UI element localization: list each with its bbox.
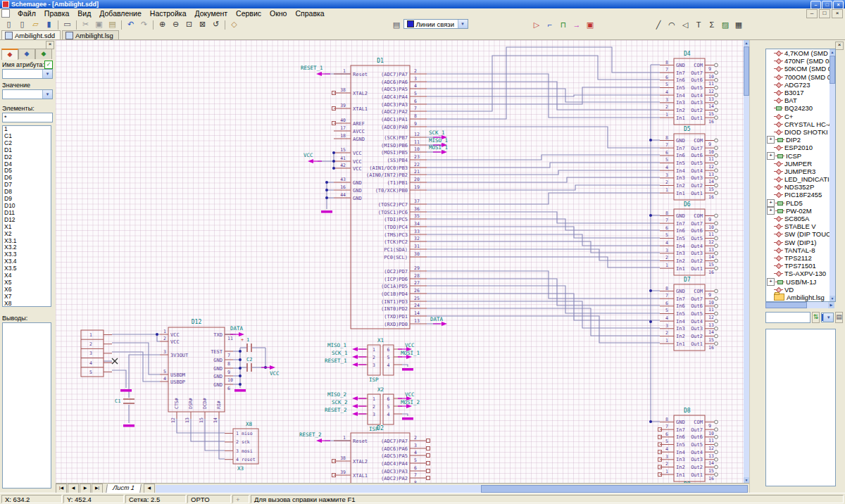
wire[interactable] — [427, 163, 660, 168]
chip-outline-tool-button[interactable]: ▣ — [584, 19, 596, 30]
tab-parts[interactable]: ◆ — [35, 49, 52, 59]
gnd-symbol[interactable] — [120, 389, 132, 392]
library-hscrollbar[interactable]: ▶ — [765, 302, 834, 308]
wire[interactable] — [427, 193, 660, 204]
menu-item-Файл[interactable]: Файл — [13, 8, 40, 18]
zoom-in-button[interactable]: ⊕ — [156, 18, 169, 29]
wire[interactable] — [427, 241, 660, 253]
tree-expander-icon[interactable]: + — [767, 278, 775, 286]
wire[interactable] — [427, 271, 660, 298]
wire[interactable] — [129, 355, 160, 398]
last-sheet-button[interactable]: ▶| — [92, 484, 103, 493]
net-arrow-MISO_1[interactable] — [352, 347, 358, 351]
attr-name-combo[interactable]: ▼ — [2, 69, 53, 79]
tree-expander-icon[interactable]: + — [767, 207, 775, 215]
menu-item-Сервис[interactable]: Сервис — [232, 8, 265, 18]
library-tree-scrollbar[interactable]: ▲ ▼ — [830, 49, 835, 301]
library-item-USB/M-1J[interactable]: +USB/M-1J — [766, 277, 835, 285]
doc-tab-Ambilight.sdd[interactable]: Ambilight.sdd — [1, 30, 61, 39]
library-item-DIP2[interactable]: +DIP2 — [766, 136, 835, 144]
mdi-restore-button[interactable]: □ — [819, 9, 830, 18]
wire[interactable] — [112, 343, 160, 374]
wire[interactable] — [427, 95, 660, 96]
library-refresh-button[interactable]: ⇅ — [812, 312, 820, 323]
net-arrow-DATA[interactable] — [239, 332, 244, 336]
zoom-out-button[interactable]: ⊖ — [170, 18, 182, 29]
new-from-template-button[interactable]: ▯ — [16, 18, 29, 29]
wire[interactable] — [112, 370, 126, 388]
net-arrow-RESET_1[interactable] — [316, 72, 322, 76]
menu-item-Добавление[interactable]: Добавление — [95, 8, 146, 18]
next-sheet-button[interactable]: ▶ — [80, 484, 91, 493]
wire[interactable] — [427, 308, 660, 336]
prev-sheet-button[interactable]: ◀ — [68, 484, 79, 493]
gnd-symbol[interactable] — [402, 368, 413, 371]
wire[interactable] — [427, 170, 660, 175]
menu-item-Настройка[interactable]: Настройка — [146, 8, 191, 18]
library-item-700OM (SMD 0805 5[interactable]: 700OM (SMD 0805 5 — [766, 73, 835, 81]
element-item-X8[interactable]: X8 — [4, 301, 51, 307]
library-item-ESP2010[interactable]: ESP2010 — [766, 144, 835, 151]
print-button[interactable]: ▭ — [61, 18, 74, 29]
eraser-button[interactable]: ◇ — [228, 18, 241, 29]
gnd-symbol[interactable] — [402, 417, 413, 420]
formula-tool-button[interactable]: Σ — [706, 19, 718, 30]
library-item-B3017[interactable]: B3017 — [766, 89, 835, 96]
chevron-down-icon[interactable]: ▼ — [42, 70, 52, 78]
wire[interactable] — [427, 177, 660, 182]
tree-expander-icon[interactable]: + — [767, 199, 775, 207]
library-panel-close-button[interactable]: × — [835, 42, 844, 50]
menu-item-Правка[interactable]: Правка — [40, 8, 73, 18]
image-tool-button[interactable]: ▨ — [719, 19, 732, 30]
library-item-BQ24230[interactable]: BQ24230 — [766, 104, 835, 112]
wire[interactable] — [402, 365, 408, 367]
scroll-up-icon[interactable]: ▲ — [830, 49, 835, 55]
element-item-X2[interactable]: X2 — [4, 231, 51, 238]
zoom-window-button[interactable]: ⊡ — [183, 18, 196, 29]
library-item-SC805A[interactable]: SC805A — [766, 215, 835, 222]
attr-value-combo[interactable]: ▼ — [2, 89, 53, 99]
library-item-TPS2112[interactable]: TPS2112 — [766, 254, 835, 262]
wire[interactable] — [427, 56, 660, 111]
library-item-PLD5[interactable]: +PLD5 — [766, 199, 835, 207]
scroll-up-icon[interactable]: ▲ — [744, 40, 749, 46]
net-arrow-VCC[interactable] — [308, 159, 313, 163]
library-item-DIOD SHOTKI[interactable]: DIOD SHOTKI — [766, 128, 835, 136]
library-vscroll-thumb[interactable] — [830, 56, 835, 84]
scroll-right-icon[interactable]: ▶ — [828, 302, 834, 308]
wire[interactable] — [427, 249, 660, 260]
tab-select[interactable]: ◆ — [1, 49, 18, 60]
library-sheet-combo[interactable]: 1▼ — [821, 313, 834, 322]
library-item-470NF (SMD 0805 5[interactable]: 470NF (SMD 0805 5 — [766, 57, 835, 65]
wire[interactable] — [427, 185, 660, 190]
wire[interactable] — [402, 414, 408, 416]
wire[interactable] — [219, 419, 225, 459]
library-hscroll-thumb[interactable] — [765, 302, 807, 308]
net-arrow-MISO_2[interactable] — [352, 396, 358, 401]
zoom-refresh-button[interactable]: ↺ — [210, 18, 223, 29]
net-arrow-RESET_2[interactable] — [316, 439, 322, 443]
doc-tab-Ambilight.lsg[interactable]: Ambilight.lsg — [62, 30, 119, 39]
wire[interactable] — [427, 127, 660, 148]
wire[interactable] — [427, 47, 660, 119]
wire[interactable] — [427, 219, 660, 230]
wire[interactable] — [427, 227, 660, 238]
wire[interactable] — [427, 286, 660, 313]
library-item-SW (DIP1)[interactable]: SW (DIP1) — [766, 239, 835, 246]
canvas-hscroll-thumb[interactable] — [481, 485, 748, 493]
wire[interactable] — [427, 82, 660, 110]
tab-wires[interactable]: ◆ — [18, 49, 35, 59]
gnd-symbol[interactable] — [123, 424, 134, 427]
zoom-all-button[interactable]: ⊠ — [196, 18, 209, 29]
library-item-SW (DIP TOUCH)[interactable]: SW (DIP TOUCH) — [766, 230, 835, 238]
wire[interactable] — [427, 155, 660, 160]
gnd-symbol[interactable] — [234, 389, 246, 392]
copy-button[interactable]: ▣ — [93, 18, 106, 29]
library-item-TS-AXPV-130[interactable]: TS-AXPV-130 — [766, 270, 835, 277]
elements-filter-input[interactable] — [2, 113, 53, 122]
net-arrow-DATA[interactable] — [442, 322, 447, 326]
net-arrow-RESET_1[interactable] — [352, 363, 358, 367]
net-arrow-tool-button[interactable]: → — [570, 19, 583, 30]
table-tool-button[interactable]: ▦ — [732, 19, 745, 30]
menu-item-Окно[interactable]: Окно — [265, 8, 291, 18]
